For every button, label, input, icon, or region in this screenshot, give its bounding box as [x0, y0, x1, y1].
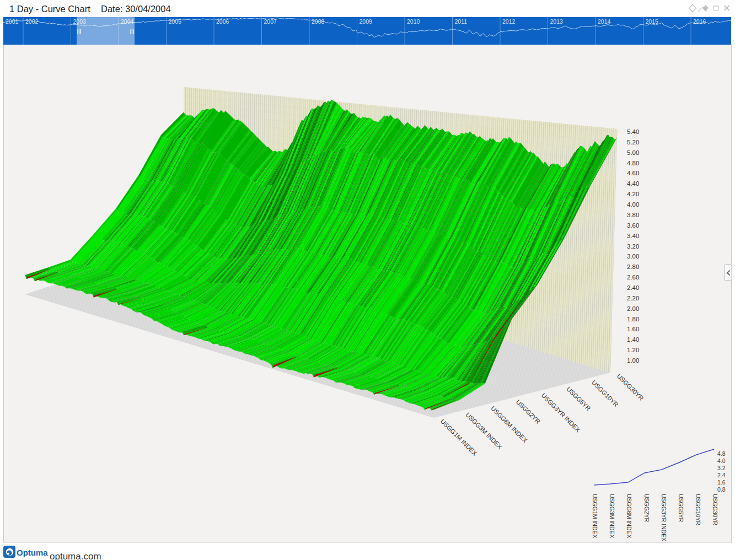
svg-text:USGG10YR: USGG10YR — [695, 494, 701, 526]
svg-text:2007: 2007 — [264, 18, 277, 25]
svg-text:2002: 2002 — [25, 18, 39, 25]
svg-text:USGG3M INDEX: USGG3M INDEX — [609, 494, 615, 539]
svg-text:4.40: 4.40 — [627, 180, 639, 187]
svg-text:2.40: 2.40 — [627, 284, 639, 291]
svg-text:2.80: 2.80 — [627, 263, 639, 270]
svg-text:USGG3YR INDEX: USGG3YR INDEX — [661, 494, 667, 541]
svg-text:2009: 2009 — [360, 18, 373, 25]
svg-text:2014: 2014 — [598, 18, 611, 25]
svg-text:4.0: 4.0 — [717, 457, 726, 464]
svg-text:1 Day - Curve Chart: 1 Day - Curve Chart — [9, 4, 90, 14]
svg-text:1.60: 1.60 — [627, 326, 639, 332]
svg-text:5.20: 5.20 — [627, 139, 639, 146]
svg-text:2005: 2005 — [169, 18, 182, 25]
svg-text:1.6: 1.6 — [717, 479, 726, 486]
svg-text:4.8: 4.8 — [717, 450, 726, 457]
svg-text:3.80: 3.80 — [627, 212, 639, 218]
svg-text:2010: 2010 — [407, 18, 420, 25]
svg-text:USGG1M INDEX: USGG1M INDEX — [592, 494, 598, 539]
svg-text:3.60: 3.60 — [627, 222, 639, 229]
svg-text:2016: 2016 — [693, 18, 706, 25]
svg-text:3.00: 3.00 — [627, 253, 639, 260]
svg-text:1.20: 1.20 — [627, 347, 639, 353]
svg-text:0.8: 0.8 — [717, 486, 726, 493]
svg-text:2011: 2011 — [455, 18, 468, 25]
svg-text:1.40: 1.40 — [627, 336, 639, 343]
svg-text:USGG30YR: USGG30YR — [712, 494, 718, 526]
svg-text:2.20: 2.20 — [627, 295, 639, 301]
svg-text:Optuma: Optuma — [17, 548, 48, 557]
svg-text:3.20: 3.20 — [627, 243, 639, 250]
svg-text:2.4: 2.4 — [717, 472, 726, 478]
svg-text:2015: 2015 — [646, 18, 659, 25]
svg-text:USGG5YR: USGG5YR — [678, 494, 684, 523]
svg-text:USGG6M INDEX: USGG6M INDEX — [626, 494, 632, 539]
svg-text:optuma.com: optuma.com — [50, 551, 101, 560]
svg-text:2.60: 2.60 — [627, 274, 639, 281]
svg-text:5.00: 5.00 — [627, 149, 639, 156]
svg-text:2.00: 2.00 — [627, 305, 639, 312]
svg-text:2001: 2001 — [6, 18, 19, 25]
svg-text:USGG2YR: USGG2YR — [643, 494, 650, 523]
svg-text:2013: 2013 — [550, 18, 564, 25]
svg-text:4.00: 4.00 — [627, 201, 639, 208]
svg-text:4.80: 4.80 — [627, 160, 639, 166]
svg-text:5.40: 5.40 — [627, 128, 639, 135]
svg-text:4.60: 4.60 — [627, 170, 639, 176]
svg-text:3.2: 3.2 — [717, 465, 726, 471]
svg-text:2012: 2012 — [502, 18, 516, 25]
svg-text:4.20: 4.20 — [627, 191, 639, 197]
svg-text:Date: 30/04/2004: Date: 30/04/2004 — [101, 4, 171, 14]
svg-text:3.40: 3.40 — [627, 233, 639, 239]
svg-text:1.00: 1.00 — [627, 357, 639, 364]
svg-text:1.80: 1.80 — [627, 316, 639, 322]
